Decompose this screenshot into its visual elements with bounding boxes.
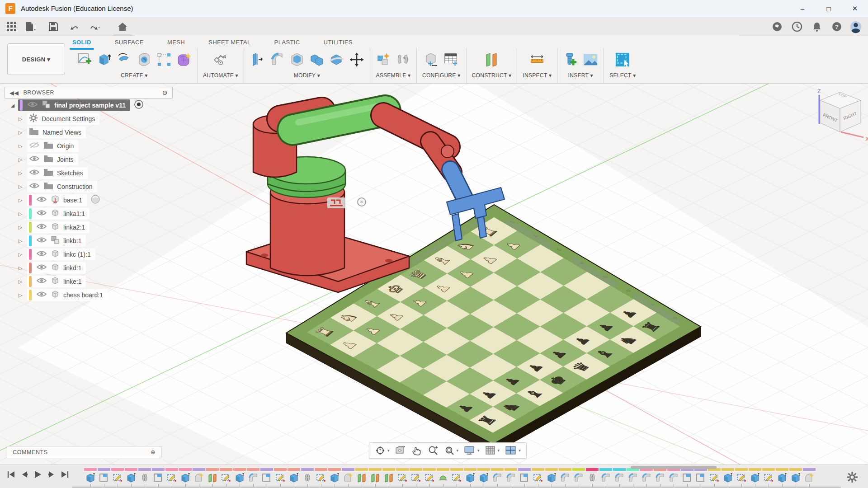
sketchedit-feature-icon[interactable] (410, 472, 421, 483)
new-component-icon[interactable] (376, 52, 391, 67)
sketch-feature-icon[interactable] (99, 472, 109, 483)
go-to-end-button[interactable] (61, 470, 70, 480)
insert-fastener-icon[interactable] (563, 52, 578, 67)
browser-item-chess-board-1[interactable]: ▷chess board:1 (5, 288, 173, 302)
group-label[interactable]: ASSEMBLE ▾ (376, 72, 410, 79)
group-label[interactable]: INSPECT ▾ (523, 72, 552, 79)
browser-item-linke-1[interactable]: ▷linke:1 (5, 275, 173, 288)
component-color-bar[interactable] (29, 276, 32, 287)
expand-caret-icon[interactable]: ▷ (14, 170, 27, 176)
plus-circle-icon[interactable]: ⊕ (151, 449, 156, 455)
minimize-button[interactable]: – (789, 0, 816, 17)
step-forward-button[interactable] (47, 470, 56, 480)
component-color-bar[interactable] (29, 249, 32, 260)
fillet-feature-icon[interactable] (560, 472, 571, 483)
sketchedit-feature-icon[interactable] (275, 472, 286, 483)
fillet-feature-icon[interactable] (641, 472, 652, 483)
extrude-feature-icon[interactable] (790, 472, 801, 483)
chevron-down-icon[interactable]: ▾ (498, 448, 500, 453)
filletstar-feature-icon[interactable] (193, 472, 204, 483)
view-cube[interactable]: Z X TOP FRONT RIGHT (806, 87, 868, 147)
component-color-bar[interactable] (29, 208, 32, 219)
look-at-icon[interactable] (393, 446, 408, 455)
plane-feature-icon[interactable] (370, 472, 381, 483)
home-icon[interactable] (116, 20, 129, 33)
combine-icon[interactable] (309, 52, 325, 67)
chevron-down-icon[interactable]: ▾ (457, 448, 459, 453)
browser-item-linkb-1[interactable]: ▷linkb:1 (5, 234, 173, 248)
sketchedit-feature-icon[interactable] (533, 472, 543, 483)
ribbon-tab-surface[interactable]: SURFACE (115, 36, 144, 48)
expand-caret-icon[interactable]: ▷ (14, 265, 27, 271)
group-label[interactable]: CONFIGURE ▾ (422, 72, 461, 79)
grid-settings-icon[interactable]: ▾ (483, 446, 502, 455)
orbit-icon[interactable]: ▾ (373, 446, 392, 455)
collapse-left-icon[interactable]: ◀◀ (9, 89, 19, 96)
visibility-eye-icon[interactable] (36, 209, 47, 218)
move-icon[interactable] (349, 52, 364, 67)
appearance-sphere-icon[interactable] (90, 194, 100, 206)
browser-item-named-views[interactable]: ▷Named Views (5, 126, 173, 139)
construction-plane-icon[interactable] (484, 52, 499, 67)
expand-caret-icon[interactable]: ▷ (14, 197, 27, 203)
extrude-feature-icon[interactable] (777, 472, 788, 483)
expand-caret-icon[interactable]: ▷ (14, 116, 27, 122)
browser-item-document-settings[interactable]: ▷Document Settings (5, 112, 173, 126)
visibility-eye-icon[interactable] (36, 250, 47, 259)
comments-bar[interactable]: COMMENTS ⊕ (7, 446, 161, 458)
svg-text:X[interactable]: X (865, 136, 868, 142)
group-label[interactable]: SELECT ▾ (609, 72, 636, 79)
plane-feature-icon[interactable] (356, 472, 367, 483)
chevron-down-icon[interactable]: ▾ (519, 448, 521, 453)
expand-caret-icon[interactable]: ▷ (14, 184, 27, 190)
avatar[interactable] (850, 21, 862, 33)
form-icon[interactable] (176, 52, 192, 67)
play-button[interactable] (33, 470, 42, 480)
fillet-feature-icon[interactable] (505, 472, 516, 483)
sketch-feature-icon[interactable] (695, 472, 706, 483)
group-label[interactable]: INSERT ▾ (568, 72, 593, 79)
sketchedit-feature-icon[interactable] (424, 472, 435, 483)
fillet-feature-icon[interactable] (492, 472, 503, 483)
press-pull-icon[interactable] (250, 52, 265, 67)
fillet-feature-icon[interactable] (573, 472, 584, 483)
sketch-feature-icon[interactable] (261, 472, 272, 483)
extrude-feature-icon[interactable] (288, 472, 299, 483)
redo-icon[interactable]: ▾ (89, 20, 101, 33)
group-label[interactable]: AUTOMATE ▾ (203, 72, 238, 79)
expand-caret-icon[interactable]: ▷ (14, 292, 27, 298)
group-label[interactable]: CONSTRUCT ▾ (472, 72, 512, 79)
extrude-feature-icon[interactable] (126, 472, 137, 483)
plane-feature-icon[interactable] (383, 472, 394, 483)
sketchedit-feature-icon[interactable] (397, 472, 408, 483)
activate-component-radio[interactable] (134, 99, 144, 111)
mirror-feature-icon[interactable] (139, 472, 150, 483)
pattern-icon[interactable] (156, 52, 172, 67)
viewports-icon[interactable]: ▾ (503, 446, 523, 455)
create-sketch-icon[interactable] (77, 52, 92, 67)
save-icon[interactable] (47, 20, 60, 33)
browser-item-joints[interactable]: ▷Joints (5, 153, 173, 166)
component-color-bar[interactable] (29, 235, 32, 246)
fillet-feature-icon[interactable] (614, 472, 625, 483)
split-body-icon[interactable] (329, 52, 344, 67)
sketch-feature-icon[interactable] (519, 472, 530, 483)
timeline-scrollbar[interactable] (631, 466, 717, 469)
extrude-icon[interactable] (97, 52, 112, 67)
group-label[interactable]: CREATE ▾ (121, 72, 148, 79)
component-color-bar[interactable] (29, 290, 32, 300)
sketchedit-feature-icon[interactable] (736, 472, 747, 483)
extrude-feature-icon[interactable] (85, 472, 96, 483)
sketchedit-feature-icon[interactable] (763, 472, 774, 483)
history-icon[interactable] (791, 21, 803, 33)
browser-panel-header[interactable]: ◀◀ BROWSER ⊖ (5, 87, 173, 99)
notifications-icon[interactable] (811, 21, 823, 33)
zoom-icon[interactable] (426, 446, 440, 455)
canvas-image-icon[interactable] (583, 52, 598, 67)
fillet-feature-icon[interactable] (627, 472, 638, 483)
select-icon[interactable] (615, 52, 630, 67)
collapse-caret-icon[interactable]: ◢ (7, 103, 18, 108)
extrude-feature-icon[interactable] (722, 472, 733, 483)
configuration-icon[interactable] (424, 52, 439, 67)
extrude-feature-icon[interactable] (478, 472, 489, 483)
